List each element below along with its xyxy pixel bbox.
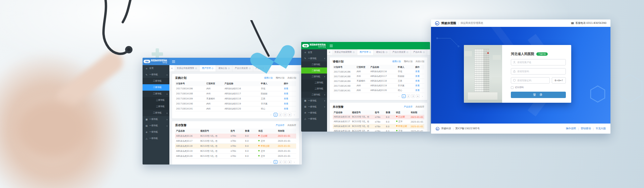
sidebar-item[interactable]: ⌂首页	[301, 49, 327, 55]
page-button[interactable]: 4	[288, 160, 291, 164]
sidebar-item[interactable]: 二级导航∧	[143, 91, 169, 97]
sidebar-item[interactable]: 二级导航∨	[301, 92, 327, 98]
username-input[interactable]	[511, 59, 566, 65]
view-link[interactable]: 查看	[415, 70, 420, 73]
plan-card-title: 采购计划	[175, 76, 186, 80]
view-link[interactable]: 查看	[415, 75, 420, 78]
footer-link[interactable]: 常见问题	[596, 127, 606, 130]
view-link[interactable]: 查看	[415, 84, 420, 87]
menu-toggle-icon[interactable]	[172, 60, 175, 63]
tab[interactable]: 资质证件效期预警	[174, 65, 200, 72]
remember-checkbox[interactable]	[511, 86, 514, 89]
sidebar-item[interactable]: ⊘一级导航	[143, 129, 169, 135]
sidebar-item[interactable]: ▤一级导航∨	[301, 104, 327, 110]
card-link[interactable]: 预约计划	[404, 60, 413, 63]
sidebar-item-label: 一级导航	[308, 117, 317, 121]
view-link[interactable]: 查看	[284, 102, 288, 105]
remember-me[interactable]: 记住密码	[511, 86, 566, 89]
page-button[interactable]: 4	[288, 113, 291, 116]
sidebar-item[interactable]: 三级导航	[301, 80, 327, 86]
menu-toggle-icon[interactable]	[330, 45, 333, 47]
card-link[interactable]: 预约计划	[276, 77, 284, 80]
page-button[interactable]: 2	[278, 113, 282, 116]
sidebar-item[interactable]: 二级导航	[301, 61, 327, 67]
tab[interactable]: 用户管理	[200, 65, 216, 72]
tab[interactable]: 产品出库	[253, 65, 270, 72]
sidebar-item[interactable]: △一级导航	[301, 116, 327, 122]
page-button[interactable]: 3	[411, 94, 415, 98]
password-input[interactable]	[511, 68, 566, 75]
sidebar-item[interactable]: ✎一级导航∧	[301, 55, 327, 61]
card-link[interactable]: 领用计划	[392, 60, 401, 63]
captcha-image[interactable]: 6+8=?	[552, 77, 566, 84]
brand-logo-icon: 博健	[302, 44, 309, 47]
sidebar-item[interactable]: △一级导航	[143, 135, 169, 142]
page-button[interactable]: 1	[402, 94, 406, 98]
pager-arrow-icon[interactable]: ‹	[397, 94, 401, 98]
view-link[interactable]: 查看	[284, 87, 288, 90]
column-header: 产品名称	[333, 111, 351, 114]
sidebar-item[interactable]: 三级导航	[301, 86, 327, 92]
pager-arrow-icon[interactable]: ›	[421, 94, 424, 98]
sidebar-item[interactable]: ▦一级导航∨	[301, 98, 327, 104]
sidebar-item[interactable]: 二级导航	[301, 67, 327, 74]
captcha-input[interactable]	[511, 77, 550, 84]
card-link[interactable]: 高值计划	[416, 60, 424, 63]
row-cell: 即将过期	[257, 145, 277, 148]
view-link[interactable]: 查看	[284, 107, 288, 110]
stock-table: 产品名称规格型号批号数量状态有效期 ABS床头柜0116BC533型 5孔, 右…	[175, 129, 296, 159]
row-cell: 正常	[257, 155, 277, 158]
view-link[interactable]: 查看	[415, 80, 420, 82]
view-link[interactable]: 查看	[415, 89, 420, 92]
sidebar-item[interactable]: ▤一级导航∨	[143, 123, 169, 129]
tab[interactable]: 资质证件效期预警	[332, 49, 357, 55]
collapse-tabs-icon[interactable]: «	[327, 49, 332, 55]
sidebar-item[interactable]: 三级导航	[143, 103, 169, 110]
view-link[interactable]: 查看	[284, 92, 288, 95]
pager-arrow-icon[interactable]: ‹	[269, 113, 273, 116]
page-button[interactable]: 1	[274, 160, 277, 164]
tab[interactable]: 通知公告	[374, 49, 390, 55]
hospital-building-image	[464, 45, 502, 103]
sidebar-item[interactable]: ⌂首页	[143, 65, 169, 72]
sidebar-item-label: 二级导航	[312, 63, 320, 66]
tab[interactable]: 产品分类设置	[232, 65, 253, 72]
tab[interactable]: 产品出库	[411, 49, 427, 55]
view-link[interactable]: 查看	[284, 97, 288, 100]
sidebar-item[interactable]: ✎一级导航∧	[143, 72, 169, 78]
footer-link[interactable]: 密钥驱动	[581, 127, 591, 130]
sidebar-item[interactable]: 二级导航∧	[301, 74, 327, 80]
pager-arrow-icon[interactable]: ›	[292, 113, 296, 116]
login-button[interactable]: 登 录	[511, 92, 566, 98]
collapse-tabs-icon[interactable]: «	[169, 65, 174, 72]
row-cell: 2025-01-01	[410, 130, 424, 132]
sidebar-item[interactable]: 二级导航	[143, 84, 169, 91]
page-button[interactable]: 4	[416, 94, 420, 98]
card-link[interactable]: 领用计划	[264, 77, 273, 80]
sidebar-item[interactable]: 三级导航	[143, 97, 169, 103]
card-link[interactable]: 高值库存	[287, 124, 296, 127]
pager-arrow-icon[interactable]: ‹	[269, 160, 273, 164]
sidebar-item[interactable]: 二级导航∨	[143, 110, 169, 116]
column-header: 产品名称	[223, 82, 260, 85]
page-button[interactable]: 2	[278, 160, 282, 164]
sidebar-item[interactable]: ▦一级导航∨	[143, 116, 169, 123]
page-button[interactable]: 1	[274, 113, 277, 116]
chevron-up-icon: ∧	[166, 74, 168, 76]
pointing-finger-image	[52, 48, 127, 113]
sidebar-item[interactable]: ⊘一级导航	[301, 110, 327, 116]
pager-arrow-icon[interactable]: ›	[292, 160, 296, 164]
card-link[interactable]: 高值库存	[416, 105, 424, 108]
page-button[interactable]: 3	[283, 160, 287, 164]
tab[interactable]: 通知公告	[216, 65, 232, 72]
page-button[interactable]: 2	[407, 94, 410, 98]
tab-status-icon	[386, 51, 387, 53]
card-link[interactable]: 产品库存	[404, 105, 413, 108]
sidebar-item[interactable]: 二级导航	[143, 78, 169, 84]
page-button[interactable]: 3	[283, 113, 287, 116]
footer-link[interactable]: 操作说明	[566, 127, 576, 130]
card-link[interactable]: 产品库存	[276, 124, 284, 127]
tab[interactable]: 产品分类设置	[390, 49, 411, 55]
tab[interactable]: 用户管理	[357, 49, 374, 55]
card-link[interactable]: 高值计划	[287, 77, 296, 80]
